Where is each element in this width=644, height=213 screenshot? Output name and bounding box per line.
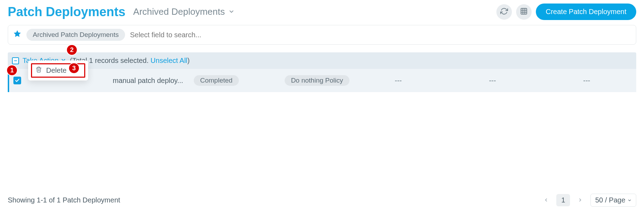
filter-chip[interactable]: Archived Patch Deployments — [26, 29, 125, 41]
page-size-label: 50 / Page — [595, 196, 625, 204]
showing-text: Showing 1-1 of 1 Patch Deployment — [8, 196, 120, 204]
page-title: Patch Deployments — [8, 5, 125, 19]
columns-button[interactable] — [516, 4, 532, 20]
prev-page-button[interactable] — [541, 195, 551, 206]
annotation-callout: 2 — [67, 45, 77, 55]
page-size-select[interactable]: 50 / Page — [590, 194, 636, 207]
status-badge: Completed — [194, 75, 239, 86]
row-checkbox[interactable] — [13, 77, 21, 84]
action-strip: − Take Action (Total 1 records selected.… — [8, 52, 636, 69]
cell-name: manual patch deploy... — [113, 77, 190, 85]
subtitle-label: Archived Deployments — [133, 6, 225, 17]
page-number[interactable]: 1 — [556, 194, 570, 206]
trash-icon — [36, 66, 42, 75]
subtitle-dropdown[interactable]: Archived Deployments — [133, 6, 235, 17]
refresh-icon — [500, 7, 508, 17]
refresh-button[interactable] — [496, 4, 512, 20]
master-checkbox[interactable]: − — [12, 57, 19, 64]
pagination: 1 50 / Page — [541, 194, 636, 207]
delete-label: Delete — [46, 66, 67, 75]
svg-marker-5 — [14, 30, 21, 37]
chevron-down-icon — [228, 6, 235, 17]
svg-rect-0 — [521, 8, 527, 14]
unselect-all-link[interactable]: Unselect All — [150, 57, 187, 64]
chevron-down-icon — [627, 196, 632, 204]
annotation-callout: 1 — [7, 65, 17, 75]
star-icon[interactable] — [13, 30, 21, 40]
search-input[interactable] — [130, 31, 631, 39]
cell-empty: --- — [541, 77, 632, 85]
table-row[interactable]: manual patch deploy... Completed Do noth… — [8, 69, 636, 92]
cell-empty: --- — [353, 77, 444, 85]
take-action-menu: Delete — [28, 60, 88, 80]
cell-empty: --- — [447, 77, 538, 85]
annotation-callout: 3 — [69, 63, 79, 73]
create-deployment-button[interactable]: Create Patch Deployment — [536, 4, 636, 20]
grid-icon — [520, 7, 528, 17]
next-page-button[interactable] — [575, 195, 586, 206]
search-bar[interactable]: Archived Patch Deployments — [8, 25, 636, 45]
policy-badge: Do nothing Policy — [285, 75, 349, 86]
